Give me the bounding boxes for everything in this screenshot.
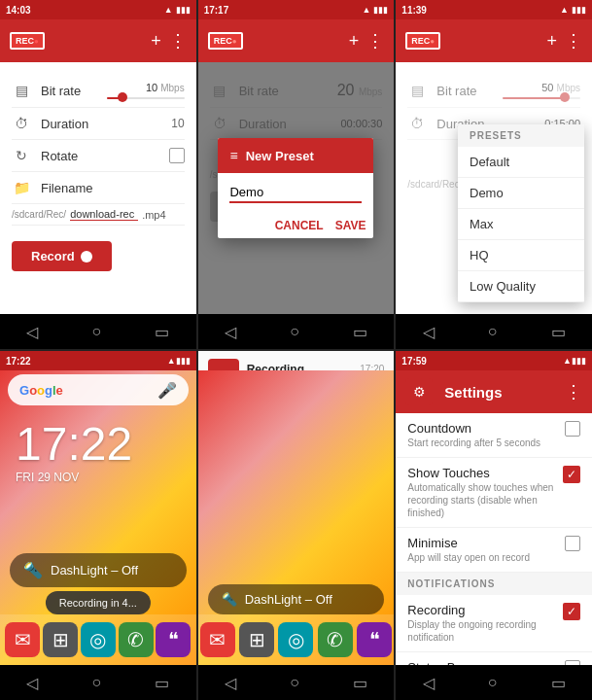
s4-google-text: Google — [19, 383, 63, 398]
s2-dialog-header: ≡ New Preset — [218, 138, 373, 173]
screen-2: 17:17 ▲▮▮▮ REC● + ⋮ ▤ Bit rate 20 Mbps ⏱… — [198, 0, 395, 349]
s3-nav-bar: ◁ ○ ▭ — [396, 314, 592, 349]
s6-nav-bar: ◁ ○ ▭ — [396, 665, 592, 700]
s1-nav-bar: ◁ ○ ▭ — [0, 314, 196, 349]
s6-countdown-title: Countdown — [407, 421, 557, 436]
s2-recents-btn[interactable]: ▭ — [353, 323, 367, 341]
s1-filename-input[interactable] — [70, 208, 138, 221]
s3-recents-btn[interactable]: ▭ — [551, 323, 566, 341]
s4-widget-icon: 🔦 — [23, 561, 43, 579]
s2-dialog-header-icon: ≡ — [229, 148, 237, 163]
s4-home-btn[interactable]: ○ — [91, 674, 101, 691]
s4-launcher: Google 🎤 17:22 FRI 29 NOV 🔦 DashLight – … — [0, 370, 196, 665]
s6-status-bar: 17:59 ▲▮▮▮ — [396, 351, 592, 370]
s6-statusbar-item[interactable]: Status Bar Hide the ongoing notification… — [396, 652, 592, 665]
s3-presets-panel: PRESETS Default Demo Max HQ Low Quality — [458, 124, 584, 302]
s2-logo: REC● — [208, 32, 243, 50]
s1-filename-path-row: /sdcard/Rec/ .mp4 — [12, 204, 185, 226]
s1-rotate-label: Rotate — [41, 149, 159, 163]
s1-status-bar: 14:03 ▲▮▮▮ — [0, 0, 196, 19]
s1-menu-icon[interactable]: ⋮ — [169, 30, 187, 52]
s6-countdown-item[interactable]: Countdown Start recording after 5 second… — [396, 413, 592, 458]
s4-status-bar: 17:22 ▲▮▮▮ — [0, 351, 196, 370]
s3-presets-header: PRESETS — [458, 124, 584, 147]
s2-cancel-btn[interactable]: Cancel — [275, 219, 324, 232]
s6-showtouches-item[interactable]: Show Touches Automatically show touches … — [396, 458, 592, 528]
s6-menu-icon[interactable]: ⋮ — [565, 381, 582, 402]
s3-menu-icon[interactable]: ⋮ — [565, 30, 582, 52]
s1-bitrate-label: Bit rate — [41, 84, 97, 98]
s5-back-btn[interactable]: ◁ — [225, 674, 236, 692]
s5-dock-apps[interactable]: ⊞ — [239, 622, 274, 657]
s4-dock-phone[interactable]: ✆ — [119, 622, 154, 657]
s1-record-button[interactable]: Record — [12, 241, 112, 271]
s6-recording-notif-item[interactable]: Recording Display the ongoing recording … — [396, 595, 592, 652]
s4-google-bar[interactable]: Google 🎤 — [8, 374, 189, 405]
s4-dock-gmail[interactable]: ✉ — [5, 622, 40, 657]
s2-toolbar: REC● + ⋮ — [198, 19, 395, 62]
s2-save-btn[interactable]: Save — [335, 219, 366, 232]
s6-home-btn[interactable]: ○ — [488, 674, 498, 691]
s6-countdown-checkbox[interactable] — [565, 421, 580, 437]
s5-dock-phone[interactable]: ✆ — [318, 622, 353, 657]
s1-bitrate-slider[interactable] — [107, 97, 185, 99]
s1-rotate-checkbox[interactable] — [169, 148, 185, 163]
s2-back-btn[interactable]: ◁ — [225, 323, 236, 341]
s5-dock: ✉ ⊞ ◎ ✆ ❝ — [198, 614, 395, 665]
s6-settings-content: Countdown Start recording after 5 second… — [396, 413, 592, 665]
s4-back-btn[interactable]: ◁ — [26, 674, 38, 692]
s5-dock-gmail[interactable]: ✉ — [200, 622, 235, 657]
s1-recents-btn[interactable]: ▭ — [155, 323, 169, 341]
s1-bitrate-row: ▤ Bit rate 10 Mbps — [12, 74, 185, 108]
s6-toolbar: ⚙ Settings ⋮ — [396, 370, 592, 413]
s5-home-btn[interactable]: ○ — [290, 674, 299, 691]
s3-back-btn[interactable]: ◁ — [423, 323, 435, 341]
s4-recents-btn[interactable]: ▭ — [155, 674, 169, 692]
s3-home-btn[interactable]: ○ — [488, 323, 498, 340]
s4-dock-camera[interactable]: ◎ — [81, 622, 116, 657]
s3-preset-demo[interactable]: Demo — [458, 178, 584, 209]
s4-mic-icon[interactable]: 🎤 — [157, 381, 177, 400]
s6-recording-notif-checkbox[interactable]: ✓ — [563, 603, 580, 620]
s2-status-bar: 17:17 ▲▮▮▮ — [198, 0, 395, 19]
s6-back-btn[interactable]: ◁ — [423, 674, 435, 692]
s2-add-icon[interactable]: + — [349, 31, 360, 52]
s2-dialog-body — [218, 173, 373, 213]
s4-dock-hangouts[interactable]: ❝ — [156, 622, 191, 657]
s3-preset-lowquality[interactable]: Low Quality — [458, 271, 584, 302]
s3-add-icon[interactable]: + — [546, 31, 557, 52]
s6-showtouches-checkbox[interactable]: ✓ — [563, 466, 580, 483]
s3-content: ▤ Bit rate 50 Mbps ⏱ Duration 0:15:00 /s… — [396, 62, 592, 314]
s3-preset-hq[interactable]: HQ — [458, 240, 584, 271]
s1-home-btn[interactable]: ○ — [91, 323, 101, 340]
s6-minimise-checkbox[interactable] — [565, 536, 580, 551]
s1-record-label: Record — [31, 249, 75, 263]
s1-filename-ext: .mp4 — [142, 209, 165, 221]
s1-filename-row: 📁 Filename — [12, 172, 185, 204]
s6-recents-btn[interactable]: ▭ — [551, 674, 566, 692]
s5-dock-camera[interactable]: ◎ — [278, 622, 313, 657]
s1-back-btn[interactable]: ◁ — [26, 323, 38, 341]
s4-dock-apps[interactable]: ⊞ — [43, 622, 78, 657]
s1-duration-icon: ⏱ — [12, 116, 31, 131]
s3-preset-default[interactable]: Default — [458, 147, 584, 178]
s5-widget-icon: 🔦 — [222, 592, 237, 607]
s6-showtouches-title: Show Touches — [407, 466, 555, 480]
s2-menu-icon[interactable]: ⋮ — [366, 30, 384, 52]
s1-add-icon[interactable]: + — [151, 31, 161, 52]
s5-recents-btn[interactable]: ▭ — [353, 674, 367, 692]
s3-icons: ▲▮▮▮ — [560, 5, 586, 15]
s5-dock-hangouts[interactable]: ❝ — [357, 622, 392, 657]
s1-logo: REC● — [10, 32, 45, 50]
s3-preset-max[interactable]: Max — [458, 209, 584, 240]
s3-status-bar: 11:39 ▲▮▮▮ — [396, 0, 592, 19]
screen-5: 17:21 FRI 29 NOVEMBER ▲▮▮▮⊞ REC Recordin… — [198, 351, 395, 700]
s6-minimise-item[interactable]: Minimise App will stay open on record — [396, 528, 592, 573]
s2-dialog-input[interactable] — [229, 183, 362, 203]
s5-launcher-bg: 🔦 DashLight – Off ✉ ⊞ ◎ ✆ ❝ — [198, 370, 395, 665]
s2-home-btn[interactable]: ○ — [290, 323, 299, 340]
s1-rotate-row: ↻ Rotate — [12, 140, 185, 172]
s2-icons: ▲▮▮▮ — [362, 5, 388, 15]
s5-widget: 🔦 DashLight – Off — [208, 584, 385, 614]
s5-widget-label: DashLight – Off — [245, 592, 332, 607]
